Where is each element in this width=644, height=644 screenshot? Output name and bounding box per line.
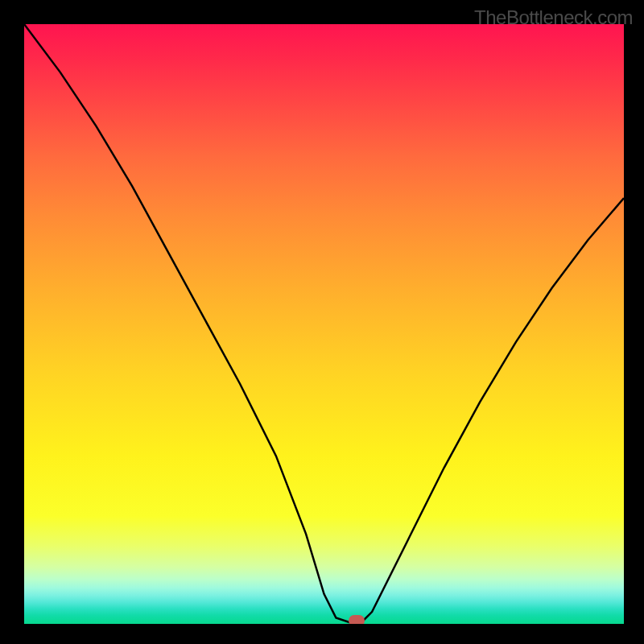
watermark-text: TheBottleneck.com (474, 6, 633, 29)
plot-area (24, 24, 624, 624)
bottleneck-curve-svg (24, 24, 624, 624)
optimal-point-marker (349, 615, 365, 624)
bottleneck-curve-path (24, 24, 624, 624)
